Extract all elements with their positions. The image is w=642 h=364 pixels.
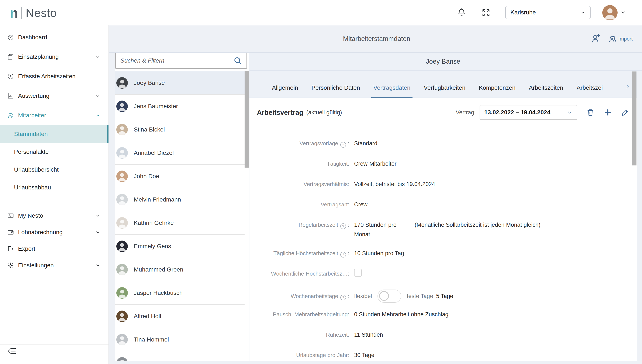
employee-row[interactable]: Alfred Holl	[115, 304, 245, 328]
field-value: 170 Stunden pro Monat	[354, 220, 409, 239]
employee-row[interactable]: Melvin Friedmann	[115, 188, 245, 211]
contract-select-value: 13.02.2022 – 19.04.2024	[484, 109, 550, 116]
collapse-sidebar-icon[interactable]	[8, 346, 17, 356]
sidebar-item-lohnabrechnung[interactable]: Lohnabrechnung	[0, 224, 109, 240]
employee-row[interactable]: Stina Bickel	[115, 118, 245, 141]
tab-arbeitszeiten[interactable]: Arbeitszeiten	[529, 84, 563, 98]
employee-name: Tina Hommel	[134, 336, 169, 343]
tab-pers-nliche-daten[interactable]: Persönliche Daten	[311, 84, 360, 98]
tabs-scroll-right-icon[interactable]	[624, 84, 631, 90]
fullscreen-icon[interactable]	[481, 8, 491, 18]
employee-row[interactable]: John Doe	[115, 164, 245, 188]
field-label: Wöchentliche Höchstarbeitsz…:	[257, 269, 349, 278]
toggle-option-right: feste Tage	[407, 293, 433, 300]
sidebar-item-einstellungen[interactable]: Einstellungen	[0, 257, 109, 274]
employee-name: John Doe	[134, 173, 159, 180]
employee-row[interactable]: Tina Hommel	[115, 328, 245, 351]
people-icon	[7, 112, 14, 119]
employee-row[interactable]: Muhammed Green	[115, 258, 245, 281]
scrollbar-thumb[interactable]	[245, 71, 249, 168]
form-row-regelarbeitszeit: Regelarbeitszeit?:170 Stunden pro Monat(…	[257, 220, 629, 239]
tab-allgemein[interactable]: Allgemein	[272, 84, 298, 98]
user-avatar[interactable]	[602, 5, 617, 20]
tab-verf-gbarkeiten[interactable]: Verfügbarkeiten	[424, 84, 465, 98]
help-icon[interactable]: ?	[340, 142, 346, 148]
sidebar-item-auswertung[interactable]: Auswertung	[0, 86, 109, 106]
sidebar-item-my-nesto[interactable]: My Nesto	[0, 208, 109, 224]
add-contract-icon[interactable]	[603, 108, 612, 117]
clock-icon	[7, 73, 14, 80]
location-select[interactable]: Karlsruhe	[505, 6, 591, 19]
user-menu-chevron-icon[interactable]	[620, 9, 626, 16]
field-label: Regelarbeitszeit?:	[257, 220, 349, 230]
bell-icon[interactable]	[457, 8, 466, 18]
employee-name: Jasper Hackbusch	[134, 290, 183, 296]
employee-name: Joey Banse	[134, 80, 165, 86]
field-value: Crew-Mitarbeiter	[354, 159, 397, 169]
sidebar-item-export[interactable]: Export	[0, 240, 109, 257]
tab-kompetenzen[interactable]: Kompetenzen	[479, 84, 515, 98]
toggle-option-left: flexibel	[354, 293, 372, 300]
sidebar-item-dashboard[interactable]: Dashboard	[0, 28, 109, 47]
import-button[interactable]: Import	[608, 34, 633, 43]
field-note: (Monatliche Sollarbeitszeit ist jeden Mo…	[415, 220, 542, 230]
form-row-t-tigkeit: Tätigkeit:Crew-Mitarbeiter	[257, 159, 629, 170]
edit-contract-icon[interactable]	[621, 108, 629, 117]
avatar	[116, 147, 128, 159]
chevron-down-icon	[95, 93, 101, 99]
employee-row[interactable]: Joey Banse	[115, 71, 245, 94]
sidebar-item-urlaubs-bersicht[interactable]: Urlaubsübersicht	[0, 161, 109, 178]
help-icon[interactable]: ?	[340, 295, 346, 300]
footer-strip	[109, 360, 642, 364]
help-icon[interactable]: ?	[340, 223, 346, 229]
field-value: 0 Stunden Mehrarbeit ohne Zuschlag	[354, 310, 448, 319]
employee-row-partial[interactable]	[115, 351, 245, 360]
avatar	[116, 240, 128, 252]
field-value: Standard	[354, 139, 378, 148]
sidebar-item-label: My Nesto	[18, 212, 95, 219]
page-header: Mitarbeiterstammdaten Import	[109, 26, 642, 52]
sidebar-item-mitarbeiter[interactable]: Mitarbeiter	[0, 106, 109, 125]
employee-list-scrollbar[interactable]	[245, 71, 249, 360]
sidebar-item-erfasste-arbeitszeiten[interactable]: Erfasste Arbeitszeiten	[0, 66, 109, 86]
logo-divider	[22, 7, 22, 19]
avatar	[116, 357, 128, 361]
avatar	[116, 124, 128, 135]
add-employee-icon[interactable]	[591, 32, 601, 44]
avatar	[116, 287, 128, 299]
sidebar-item-urlaubsabbau[interactable]: Urlaubsabbau	[0, 178, 109, 196]
employee-row[interactable]: Annabel Diezel	[115, 141, 245, 164]
import-label: Import	[618, 36, 633, 42]
sidebar-item-label: Einstellungen	[18, 262, 95, 269]
employee-name: Emmely Gens	[134, 243, 171, 250]
section-badge: (aktuell gültig)	[306, 109, 342, 116]
search-input[interactable]	[120, 57, 233, 64]
employee-row[interactable]: Emmely Gens	[115, 234, 245, 258]
avatar	[116, 264, 128, 275]
chevron-up-icon	[95, 113, 101, 118]
detail-scrollbar[interactable]	[632, 72, 636, 360]
dashboard-icon	[7, 34, 14, 41]
field-label: Vertragsverhältnis:	[257, 180, 349, 189]
tab-vertragsdaten[interactable]: Vertragsdaten	[374, 84, 410, 98]
field-value: 10 Stunden pro Tag	[354, 248, 404, 258]
employee-row[interactable]: Jasper Hackbusch	[115, 281, 245, 304]
delete-contract-icon[interactable]	[586, 108, 595, 117]
gear-icon	[7, 262, 14, 269]
contract-select[interactable]: 13.02.2022 – 19.04.2024	[480, 105, 577, 120]
employee-row[interactable]: Jens Baumeister	[115, 94, 245, 118]
search-icon[interactable]	[233, 56, 242, 65]
sidebar-footer-divider	[0, 344, 109, 344]
sidebar-item-personalakte[interactable]: Personalakte	[0, 143, 109, 161]
avatar	[116, 310, 128, 322]
scrollbar-thumb[interactable]	[632, 72, 636, 166]
tab-arbeitszei[interactable]: Arbeitszei	[577, 84, 603, 98]
employee-row[interactable]: Kathrin Gehrke	[115, 211, 245, 234]
toggle-switch[interactable]	[378, 290, 401, 303]
checkbox-w-chentliche-h-chstarbeitsz[interactable]	[354, 269, 362, 276]
sidebar-item-stammdaten[interactable]: Stammdaten	[0, 125, 109, 143]
form-row-vertragsart: Vertragsart:Crew	[257, 200, 629, 211]
help-icon[interactable]: ?	[340, 252, 346, 258]
sidebar-item-einsatzplanung[interactable]: Einsatzplanung	[0, 47, 109, 66]
nesto-logo-mark: n	[10, 6, 18, 20]
